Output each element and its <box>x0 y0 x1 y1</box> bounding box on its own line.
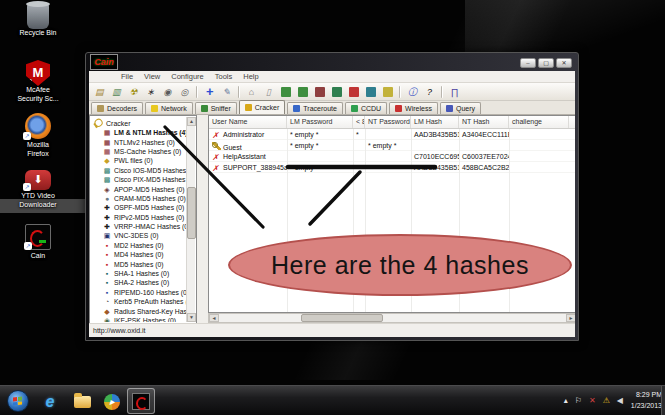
open-file-icon[interactable]: ▤ <box>92 85 107 99</box>
network-graph-icon[interactable]: ∗ <box>143 85 158 99</box>
menu-tools[interactable]: Tools <box>215 72 233 81</box>
nic-green-icon[interactable] <box>278 85 293 99</box>
tree-item[interactable]: ◆ Radius Shared-Key Hashes (0) <box>91 306 186 315</box>
binoculars-icon[interactable]: ◉ <box>160 85 175 99</box>
tray-glyph: ⚠ <box>603 396 610 405</box>
screen-red-icon[interactable] <box>312 85 327 99</box>
table-row[interactable]: SUPPORT_388945a0 * empty * * AAD3B435B51… <box>209 162 575 173</box>
radioactive-icon[interactable]: ☢ <box>126 85 141 99</box>
menu-view[interactable]: View <box>144 72 160 81</box>
taskbar-cain-button[interactable] <box>127 388 155 414</box>
taskbar-clock[interactable]: 8:29 PM 1/23/2013 <box>624 389 662 411</box>
user-name: SUPPORT_388945a0 <box>223 164 287 171</box>
info-icon[interactable]: ⓘ <box>405 85 420 99</box>
tab-decoders[interactable]: Decoders <box>91 102 143 114</box>
maximize-button[interactable]: ▢ <box>538 58 554 68</box>
minimize-button[interactable]: – <box>520 58 536 68</box>
scroll-up-icon[interactable]: ▲ <box>187 117 196 126</box>
desktop-icon-recycle-bin[interactable]: ↗ Recycle Bin <box>0 3 76 38</box>
taskbar-explorer-icon[interactable] <box>70 390 94 413</box>
chart-icon[interactable] <box>380 85 395 99</box>
tree-item[interactable]: ▦ NTLMv2 Hashes (0) <box>91 137 186 146</box>
tree-scrollbar-thumb[interactable] <box>187 187 196 239</box>
tree-item[interactable]: ▩ Cisco PIX-MD5 Hashes (0) <box>91 175 186 184</box>
cracker-tree: Cracker ▦ LM & NTLM Hashes (4) ▦ NTLMv2 … <box>89 115 197 324</box>
tab-wireless[interactable]: Wireless <box>389 102 438 114</box>
tree-item[interactable]: ✚ RIPv2-MD5 Hashes (0) <box>91 213 186 222</box>
tree-scrollbar[interactable]: ▲ ▼ <box>186 117 195 322</box>
tree-item-icon: ● <box>103 195 111 202</box>
search-icon[interactable]: ◎ <box>177 85 192 99</box>
screen-green-icon[interactable] <box>329 85 344 99</box>
tree-item[interactable]: ✚ VRRP-HMAC Hashes (0) <box>91 222 186 231</box>
scroll-left-icon[interactable]: ◄ <box>209 314 219 322</box>
tree-item[interactable]: ▪ MD2 Hashes (0) <box>91 241 186 250</box>
show-desktop-button[interactable] <box>661 386 665 415</box>
key-icon <box>93 118 103 127</box>
volume-icon[interactable]: ◀ <box>617 396 623 406</box>
tree-item[interactable]: ▦ LM & NTLM Hashes (4) <box>91 128 186 137</box>
tree-item[interactable]: ▪ MD4 Hashes (0) <box>91 250 186 259</box>
add-to-list-icon[interactable]: + <box>202 85 217 99</box>
nic-green2-icon[interactable] <box>295 85 310 99</box>
desktop-icon-mcafee[interactable]: ↗ McAfee Security Sc... <box>0 60 76 103</box>
tab-icon <box>351 105 358 112</box>
tree-item[interactable]: ▪ RIPEMD-160 Hashes (0) <box>91 288 186 297</box>
close-button[interactable]: ✕ <box>556 58 572 68</box>
tab-cracker[interactable]: Cracker <box>239 100 286 114</box>
tree-item[interactable]: ▪ SHA-1 Hashes (0) <box>91 269 186 278</box>
tree-root-cracker[interactable]: Cracker <box>91 118 186 128</box>
tree-item[interactable]: ✚ OSPF-MD5 Hashes (0) <box>91 203 186 212</box>
tree-item[interactable]: ● CRAM-MD5 Hashes (0) <box>91 194 186 203</box>
base-station-icon[interactable]: ⌂ <box>244 85 259 99</box>
table-horizontal-scrollbar[interactable]: ◄ ► <box>208 313 575 323</box>
tray-expand-icon[interactable]: ▴ <box>564 396 568 406</box>
tree-item[interactable]: ◉ IKE-PSK Hashes (0) <box>91 316 186 322</box>
tree-item[interactable]: ◔ Kerb5 PreAuth Hashes (0) <box>91 297 186 306</box>
exit-icon[interactable]: ∏ <box>447 85 462 99</box>
scroll-down-icon[interactable]: ▼ <box>187 313 196 322</box>
scrollbar-thumb[interactable] <box>301 314 383 322</box>
tree-item[interactable]: ▣ VNC-3DES (0) <box>91 231 186 240</box>
tab-ccdu[interactable]: CCDU <box>345 102 387 114</box>
title-bar[interactable]: Cain – ▢ ✕ <box>86 53 578 71</box>
tree-item-label: OSPF-MD5 Hashes (0) <box>114 204 184 211</box>
tree-item-icon: ◈ <box>103 186 111 193</box>
tab-query[interactable]: Query <box>440 102 481 114</box>
monitor-red-icon[interactable] <box>346 85 361 99</box>
globe-icon[interactable] <box>363 85 378 99</box>
desktop-icon-cain[interactable]: ↗ Cain <box>0 224 76 261</box>
table-row[interactable]: HelpAssistant C7010ECC6957... C60037EE70… <box>209 151 575 162</box>
menu-configure[interactable]: Configure <box>171 72 204 81</box>
tab-network[interactable]: Network <box>145 102 193 114</box>
action-center-flag-icon[interactable]: ⚐ <box>575 396 582 406</box>
tree-item[interactable]: ▪ MD5 Hashes (0) <box>91 259 186 268</box>
tree-item-label: Radius Shared-Key Hashes (0) <box>114 308 186 315</box>
help-icon[interactable]: ? <box>422 85 437 99</box>
desktop-icon-firefox[interactable]: ↗ Mozilla Firefox <box>0 113 76 158</box>
tree-item-icon: ▦ <box>103 129 111 136</box>
table-row[interactable]: Administrator * empty * * AAD3B435B51...… <box>209 129 575 140</box>
tab-traceroute[interactable]: Traceroute <box>287 102 343 114</box>
tab-sniffer[interactable]: Sniffer <box>195 102 237 114</box>
scroll-right-icon[interactable]: ► <box>566 314 575 322</box>
desktop-icon-ytd[interactable]: ↗ YTD Video Downloader <box>0 166 76 209</box>
tree-item[interactable]: ▩ Cisco IOS-MD5 Hashes (0) <box>91 166 186 175</box>
menu-help[interactable]: Help <box>243 72 258 81</box>
network-error-icon[interactable]: ✕ <box>589 396 596 406</box>
tree-item[interactable]: ▦ MS-Cache Hashes (0) <box>91 147 186 156</box>
warning-icon[interactable]: ⚠ <box>603 396 610 406</box>
start-button[interactable] <box>7 390 29 412</box>
tree-item[interactable]: ▪ SHA-2 Hashes (0) <box>91 278 186 287</box>
page-icon[interactable]: ▯ <box>261 85 276 99</box>
menu-file[interactable]: File <box>121 72 133 81</box>
save-icon[interactable]: ▥ <box>109 85 124 99</box>
tree-item-label: VNC-3DES (0) <box>114 232 159 239</box>
tree-item[interactable]: ◆ PWL files (0) <box>91 156 186 165</box>
brush-icon[interactable]: ✎ <box>219 85 234 99</box>
table-row[interactable]: Guest * empty * * empty * <box>209 140 575 151</box>
taskbar-ie-icon[interactable]: e <box>38 390 62 413</box>
taskbar-media-player-icon[interactable] <box>100 390 124 413</box>
tree-item[interactable]: ◈ APOP-MD5 Hashes (0) <box>91 184 186 193</box>
desktop-icon-label-line2: Firefox <box>27 150 48 159</box>
